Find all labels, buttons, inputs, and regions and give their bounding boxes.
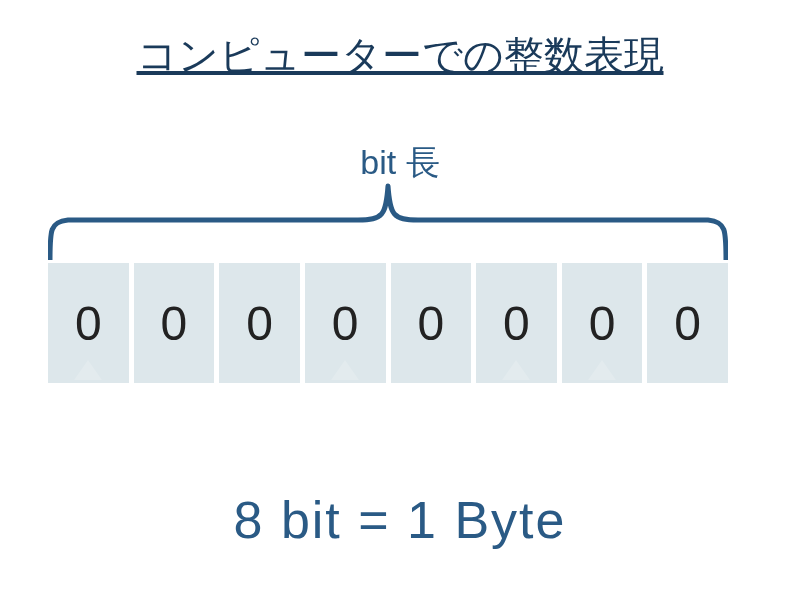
bit-value: 0 (503, 296, 530, 351)
bit-cell: 0 (647, 263, 728, 383)
triangle-icon (331, 360, 359, 380)
bit-value: 0 (674, 296, 701, 351)
bit-value: 0 (246, 296, 273, 351)
bit-cell: 0 (48, 263, 129, 383)
bit-cell: 0 (476, 263, 557, 383)
triangle-icon (74, 360, 102, 380)
bit-cell: 0 (562, 263, 643, 383)
brace-top (48, 180, 728, 260)
bit-value: 0 (417, 296, 444, 351)
bits-row: 0 0 0 0 0 0 0 0 (48, 263, 728, 383)
page-title: コンピューターでの整数表現 (0, 28, 800, 83)
bit-value: 0 (332, 296, 359, 351)
triangle-icon (588, 360, 616, 380)
bit-value: 0 (75, 296, 102, 351)
bit-value: 0 (589, 296, 616, 351)
bit-cell: 0 (305, 263, 386, 383)
bit-cell: 0 (219, 263, 300, 383)
bit-value: 0 (161, 296, 188, 351)
bit-cell: 0 (391, 263, 472, 383)
byte-equation: 8 bit = 1 Byte (0, 490, 800, 550)
bit-cell: 0 (134, 263, 215, 383)
triangle-icon (502, 360, 530, 380)
